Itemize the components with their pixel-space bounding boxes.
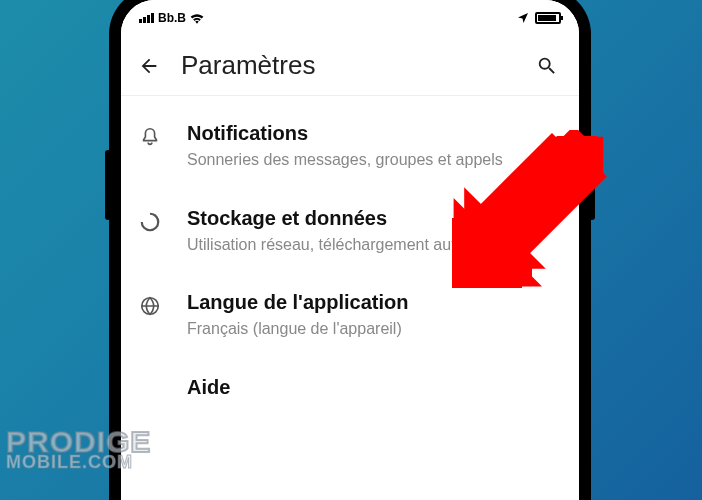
item-title: Notifications [187,122,555,145]
watermark-line1: PRODIGE [6,429,151,455]
battery-icon [535,12,561,24]
settings-item-notifications[interactable]: Notifications Sonneries des messages, gr… [121,104,579,189]
search-icon [536,55,558,77]
page-title: Paramètres [181,50,515,81]
phone-frame: Bb.B Paramètres Notifi [111,0,589,500]
settings-list: Notifications Sonneries des messages, gr… [121,96,579,429]
signal-icon [139,13,154,23]
data-usage-icon [139,211,161,233]
item-title: Aide [187,376,555,399]
arrow-left-icon [138,55,160,77]
settings-item-help[interactable]: Aide [121,358,579,421]
item-subtitle: Utilisation réseau, téléchargement auto. [187,234,555,256]
watermark: PRODIGE MOBILE.COM [6,429,151,470]
bell-icon [139,126,161,148]
settings-item-storage[interactable]: Stockage et données Utilisation réseau, … [121,189,579,274]
status-bar: Bb.B [121,0,579,36]
item-subtitle: Français (langue de l'appareil) [187,318,555,340]
globe-icon [139,295,161,317]
carrier-label: Bb.B [158,11,186,25]
wifi-icon [190,12,204,24]
item-title: Stockage et données [187,207,555,230]
screen: Bb.B Paramètres Notifi [121,0,579,500]
back-button[interactable] [135,52,163,80]
watermark-line2: MOBILE.COM [6,455,151,470]
item-subtitle: Sonneries des messages, groupes et appel… [187,149,555,171]
location-icon [517,12,529,24]
settings-item-language[interactable]: Langue de l'application Français (langue… [121,273,579,358]
search-button[interactable] [533,52,561,80]
item-title: Langue de l'application [187,291,555,314]
app-bar: Paramètres [121,36,579,96]
